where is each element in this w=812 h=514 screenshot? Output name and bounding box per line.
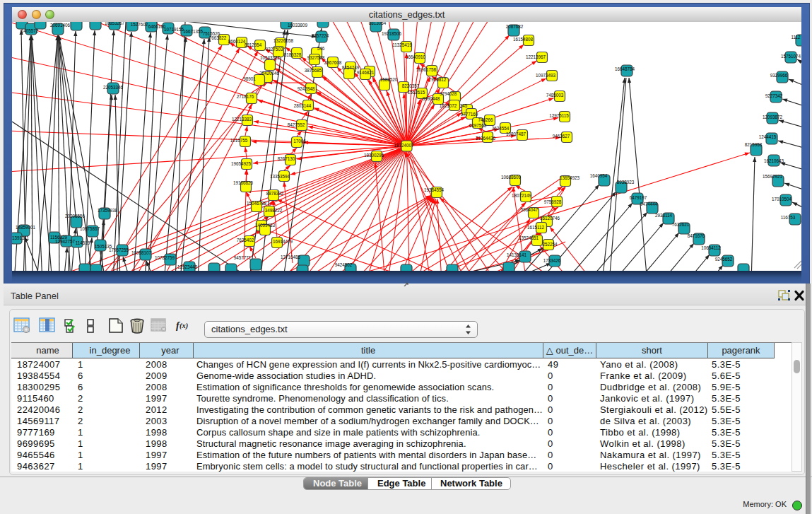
svg-text:2718176: 2718176: [237, 94, 254, 99]
svg-text:116753: 116753: [781, 215, 796, 220]
svg-text:16120746: 16120746: [540, 216, 560, 221]
svg-text:8660124: 8660124: [228, 39, 246, 44]
svg-text:15692921: 15692921: [763, 174, 783, 179]
svg-text:12923448: 12923448: [177, 264, 198, 269]
svg-text:13716485: 13716485: [281, 255, 301, 259]
svg-text:21364436: 21364436: [476, 136, 496, 141]
svg-text:16210643: 16210643: [764, 158, 784, 163]
svg-text:3875685: 3875685: [305, 68, 322, 73]
svg-text:9329966: 9329966: [770, 73, 788, 78]
svg-text:22420046: 22420046: [259, 71, 280, 76]
svg-text:10973493: 10973493: [536, 73, 556, 78]
svg-text:11325419: 11325419: [392, 42, 412, 47]
svg-text:10807487: 10807487: [506, 132, 526, 136]
svg-text:16154808: 16154808: [513, 37, 534, 42]
svg-text:20206556: 20206556: [65, 214, 86, 218]
svg-text:546: 546: [317, 46, 325, 51]
svg-text:13226058: 13226058: [273, 38, 294, 43]
svg-text:7663822: 7663822: [209, 35, 227, 40]
svg-text:8912954: 8912954: [245, 42, 262, 47]
svg-text:2803144: 2803144: [294, 103, 312, 108]
svg-text:9424502: 9424502: [335, 262, 353, 267]
svg-text:9474444: 9474444: [640, 201, 658, 206]
svg-text:1244415: 1244415: [759, 134, 777, 139]
svg-text:9242848: 9242848: [298, 86, 315, 91]
svg-text:1640954: 1640954: [590, 173, 608, 178]
svg-text:10654112: 10654112: [701, 245, 721, 250]
svg-text:1405572: 1405572: [21, 28, 39, 33]
svg-text:13524851: 13524851: [519, 235, 539, 240]
svg-text:98901: 98901: [243, 76, 256, 81]
svg-text:17010504: 17010504: [772, 197, 792, 201]
svg-text:9756928: 9756928: [544, 199, 562, 204]
svg-text:16961758: 16961758: [416, 67, 437, 72]
svg-text:9457771: 9457771: [234, 255, 252, 260]
svg-text:10853267: 10853267: [105, 22, 125, 25]
svg-text:345: 345: [460, 103, 468, 108]
svg-text:14099483: 14099483: [255, 223, 276, 228]
svg-text:19384554: 19384554: [424, 187, 445, 192]
svg-text:1562615: 1562615: [408, 90, 425, 95]
svg-text:9327503: 9327503: [266, 47, 283, 52]
svg-text:2087682: 2087682: [506, 24, 524, 29]
svg-text:9245652: 9245652: [715, 257, 733, 262]
svg-text:9227342: 9227342: [765, 93, 783, 98]
svg-text:9146821: 9146821: [357, 70, 375, 75]
svg-text:7955812: 7955812: [429, 77, 447, 82]
svg-text:16648784: 16648784: [615, 66, 635, 71]
svg-text:10782759: 10782759: [155, 255, 175, 260]
svg-text:19654925: 19654925: [231, 161, 252, 166]
svg-text:16914479: 16914479: [273, 239, 293, 244]
svg-text:6497568: 6497568: [469, 123, 487, 128]
svg-text:15046788: 15046788: [247, 201, 267, 206]
svg-text:16640910: 16640910: [406, 54, 426, 59]
svg-text:3624554: 3624554: [492, 126, 510, 131]
svg-text:18072149: 18072149: [512, 193, 532, 198]
svg-text:17957255: 17957255: [109, 247, 129, 252]
svg-text:1621072: 1621072: [440, 103, 457, 108]
svg-text:1391311: 1391311: [12, 235, 30, 240]
svg-text:22053346: 22053346: [103, 85, 124, 90]
svg-text:16671355: 16671355: [183, 29, 204, 34]
svg-text:8813054: 8813054: [369, 22, 387, 25]
svg-text:17006: 17006: [293, 139, 306, 144]
svg-text:13353594: 13353594: [270, 174, 290, 179]
svg-text:10719155: 10719155: [164, 27, 184, 32]
svg-text:12942757: 12942757: [55, 239, 76, 244]
svg-text:8990448: 8990448: [423, 96, 440, 101]
svg-text:18724007: 18724007: [394, 143, 414, 148]
svg-text:8215958: 8215958: [745, 142, 763, 147]
svg-text:8878332: 8878332: [266, 191, 284, 196]
svg-text:17359938: 17359938: [98, 208, 118, 213]
svg-text:252254: 252254: [542, 242, 558, 247]
svg-text:1010755: 1010755: [230, 138, 248, 143]
svg-text:1733426: 1733426: [543, 258, 561, 263]
svg-text:(x): (x): [180, 322, 188, 330]
svg-text:16033809: 16033809: [288, 23, 308, 28]
svg-text:10688609: 10688609: [501, 175, 522, 180]
svg-text:3498222: 3498222: [265, 208, 283, 213]
svg-text:14859001: 14859001: [16, 225, 36, 230]
svg-text:19218506: 19218506: [382, 31, 402, 36]
svg-text:2933114: 2933114: [655, 213, 673, 218]
svg-text:8267130: 8267130: [278, 156, 295, 161]
svg-text:6479197: 6479197: [630, 195, 647, 200]
svg-text:20691406: 20691406: [50, 23, 71, 28]
svg-text:1527602: 1527602: [131, 22, 148, 27]
svg-text:7632621: 7632621: [672, 222, 690, 227]
svg-text:19166825: 19166825: [233, 180, 254, 185]
svg-text:8471676: 8471676: [688, 233, 705, 238]
svg-text:10958107: 10958107: [131, 250, 152, 255]
svg-text:9463627: 9463627: [553, 134, 570, 139]
svg-text:8220357: 8220357: [402, 83, 420, 88]
svg-text:7625402: 7625402: [237, 238, 254, 243]
svg-text:2367608: 2367608: [324, 60, 342, 65]
svg-text:12213383: 12213383: [232, 117, 252, 122]
svg-text:12975115: 12975115: [549, 113, 569, 118]
svg-text:14136141: 14136141: [507, 252, 527, 257]
svg-text:746266: 746266: [478, 117, 493, 122]
svg-text:18300295: 18300295: [364, 153, 384, 158]
svg-text:9327508: 9327508: [307, 55, 325, 60]
svg-text:13654923: 13654923: [560, 175, 580, 180]
svg-text:9777169: 9777169: [461, 112, 478, 117]
